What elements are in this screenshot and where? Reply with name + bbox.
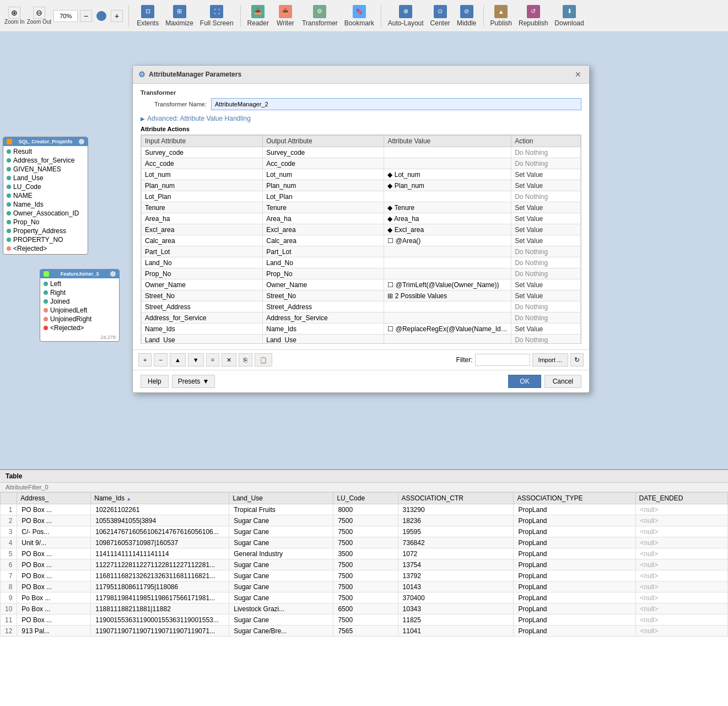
- attr-output-cell: Name_Ids: [263, 324, 384, 335]
- writer-button[interactable]: 📤 Writer: [273, 3, 298, 29]
- data-table-cell: 8000: [333, 504, 398, 515]
- attr-table-row[interactable]: Calc_areaCalc_area☐ @Area()Set Value: [142, 235, 581, 246]
- col-rownum: [1, 493, 17, 504]
- paste-button[interactable]: 📋: [255, 353, 272, 367]
- col-input: Input Attribute: [142, 136, 263, 147]
- download-button[interactable]: ⬇ Download: [552, 3, 586, 29]
- zoom-decrease-button[interactable]: −: [80, 10, 92, 22]
- attr-output-cell: Land_No: [263, 257, 384, 268]
- dialog-bottom-toolbar: + − ▲ ▼ = ✕ ⎘ 📋 Filter: Import ... ↻: [133, 349, 589, 370]
- attr-table-row[interactable]: Land_UseLand_UseDo Nothing: [142, 335, 581, 344]
- center-button[interactable]: ⊙ Center: [428, 3, 452, 29]
- attr-table-row[interactable]: Acc_codeAcc_codeDo Nothing: [142, 158, 581, 169]
- move-down-button[interactable]: ▼: [188, 353, 204, 367]
- data-table-row[interactable]: 7PO Box ...11681116821326213263116811168…: [1, 570, 728, 581]
- data-table-cell: 7500: [333, 570, 398, 581]
- attr-table-scroll[interactable]: Input Attribute Output Attribute Attribu…: [141, 134, 581, 344]
- attr-table-row[interactable]: TenureTenure◆ TenureSet Value: [142, 202, 581, 213]
- publish-button[interactable]: ▲ Publish: [488, 3, 514, 29]
- dialog-title-icon: ⚙: [138, 70, 145, 79]
- equals-button[interactable]: =: [206, 353, 219, 367]
- port-dot-name: [7, 193, 11, 198]
- cancel-button[interactable]: Cancel: [544, 375, 581, 388]
- data-table-row[interactable]: 4Unit 9/...109871605371098​7|160537Sugar…: [1, 537, 728, 548]
- refresh-button[interactable]: ↻: [570, 353, 584, 367]
- attr-table-row[interactable]: Excl_areaExcl_area◆ Excl_areaSet Value: [142, 224, 581, 235]
- transformer-button[interactable]: ⚙ Transformer: [300, 3, 340, 29]
- attr-table-row[interactable]: Lot_PlanLot_PlanDo Nothing: [142, 191, 581, 202]
- attr-table-row[interactable]: Plan_numPlan_num◆ Plan_numSet Value: [142, 180, 581, 191]
- attr-table-row[interactable]: Street_AddressStreet_AddressDo Nothing: [142, 301, 581, 312]
- data-table-cell: PropLand: [514, 592, 635, 603]
- attr-table-row[interactable]: Survey_codeSurvey_codeDo Nothing: [142, 147, 581, 158]
- data-table-cell: 736842: [398, 537, 514, 548]
- filter-input[interactable]: [475, 354, 530, 366]
- transformer-name-row: Transformer Name:: [141, 98, 581, 110]
- middle-button[interactable]: ⊘ Middle: [455, 3, 479, 29]
- attr-table-row[interactable]: Owner_NameOwner_Name☐ @TrimLeft(@Value(O…: [142, 279, 581, 290]
- data-table-row[interactable]: 2PO Box ...105538941055|3894Sugar Cane75…: [1, 515, 728, 526]
- bottom-table-scroll[interactable]: Address_ Name_Ids ▲ Land_Use LU_Code ASS…: [0, 492, 728, 702]
- col-output: Output Attribute: [263, 136, 384, 147]
- bookmark-button[interactable]: 🔖 Bookmark: [342, 3, 376, 29]
- attr-table-row[interactable]: Area_haArea_ha◆ Area_haSet Value: [142, 213, 581, 224]
- move-up-button[interactable]: ▲: [170, 353, 186, 367]
- canvas-area[interactable]: SQL_Creator_PropInfo Result Address_for_…: [0, 32, 728, 706]
- attr-table-row[interactable]: Name_IdsName_Ids☐ @ReplaceRegEx(@Value(N…: [142, 324, 581, 335]
- data-table-row[interactable]: 3C/- Pos...10621476716056106214767616056…: [1, 526, 728, 537]
- maximize-button[interactable]: ⊞ Maximize: [163, 3, 196, 29]
- data-table-row[interactable]: 10Po Box ...118811188211881|11882Livesto…: [1, 603, 728, 615]
- attr-action-cell: Set Value: [511, 213, 581, 224]
- attr-table-row[interactable]: Street_NoStreet_No⊞ 2 Possible ValuesSet…: [142, 290, 581, 301]
- ok-button[interactable]: OK: [508, 375, 541, 388]
- attr-table-row[interactable]: Address_for_ServiceAddress_for_ServiceDo…: [142, 312, 581, 324]
- data-table-row[interactable]: 12913 Pal...1190711907119071190711907119…: [1, 626, 728, 637]
- data-table-cell: 117951180861​1795|118086: [91, 581, 229, 592]
- data-table-row[interactable]: 8PO Box ...117951180861​1795|118086Sugar…: [1, 581, 728, 592]
- data-table-row[interactable]: 1PO Box ...102261102261Tropical Fruits80…: [1, 504, 728, 515]
- zoom-increase-button[interactable]: +: [111, 10, 123, 22]
- transformer-name-input[interactable]: [211, 98, 581, 110]
- delete-button[interactable]: ✕: [222, 353, 236, 367]
- add-row-button[interactable]: +: [138, 353, 152, 367]
- data-table-row[interactable]: 5PO Box ...11411141111411141114General I…: [1, 548, 728, 559]
- attr-table-row[interactable]: Part_LotPart_LotDo Nothing: [142, 246, 581, 257]
- advanced-row[interactable]: ▶ Advanced: Attribute Value Handling: [141, 115, 581, 122]
- data-table-row[interactable]: 9Po Box ...11798119841198511986175661719…: [1, 592, 728, 603]
- autolayout-button[interactable]: ⊕ Auto-Layout: [386, 3, 426, 29]
- extents-button[interactable]: ⊡ Extents: [134, 3, 161, 29]
- bottom-table-area: Table AttributeFilter_0 Address_ Name_Id…: [0, 469, 728, 706]
- data-table-cell: Sugar Cane: [229, 537, 333, 548]
- attr-output-cell: Acc_code: [263, 158, 384, 169]
- data-table-cell: 119001553631190001553631190015​53...: [91, 615, 229, 626]
- attr-table-row[interactable]: Prop_NoProp_NoDo Nothing: [142, 268, 581, 279]
- help-button[interactable]: Help: [141, 375, 169, 388]
- data-table-row[interactable]: 11PO Box ...1190015536311900015536311900…: [1, 615, 728, 626]
- port-joined: Joined: [40, 297, 119, 306]
- zoom-input[interactable]: [53, 10, 78, 22]
- zoom-out-button[interactable]: ⊖: [33, 7, 45, 19]
- fullscreen-button[interactable]: ⛶ Full Screen: [198, 3, 236, 29]
- attr-input-cell: Acc_code: [142, 158, 263, 169]
- republish-button[interactable]: ↺ Republish: [516, 3, 550, 29]
- import-button[interactable]: Import ...: [532, 353, 568, 367]
- zoom-in-button[interactable]: ⊕: [8, 7, 20, 19]
- port-landuse: Land_Use: [3, 174, 88, 182]
- presets-button[interactable]: Presets ▼: [172, 375, 215, 388]
- attr-value-cell: [384, 158, 511, 169]
- reader-button[interactable]: 📥 Reader: [245, 3, 271, 29]
- data-table: Address_ Name_Ids ▲ Land_Use LU_Code ASS…: [0, 492, 728, 637]
- attr-table-row[interactable]: Lot_numLot_num◆ Lot_numSet Value: [142, 169, 581, 180]
- sql-creator-node[interactable]: SQL_Creator_PropInfo Result Address_for_…: [3, 137, 88, 255]
- attr-action-cell: Set Value: [511, 180, 581, 191]
- data-table-cell: <null>: [635, 504, 727, 515]
- attr-table-row[interactable]: Land_NoLand_NoDo Nothing: [142, 257, 581, 268]
- data-table-row[interactable]: 6PO Box ...11227112281122711228112271122…: [1, 559, 728, 570]
- dialog-close-button[interactable]: ✕: [573, 69, 584, 80]
- feature-joiner-node[interactable]: FeatureJoiner_3 Left Right Joined Unjoin…: [40, 269, 120, 342]
- feature-joiner-header: FeatureJoiner_3: [40, 270, 119, 278]
- remove-row-button[interactable]: −: [154, 353, 167, 367]
- data-table-cell: Sugar Cane: [229, 581, 333, 592]
- col-assocctr: ASSOCIATION_CTR: [398, 493, 514, 504]
- copy-button[interactable]: ⎘: [239, 353, 252, 367]
